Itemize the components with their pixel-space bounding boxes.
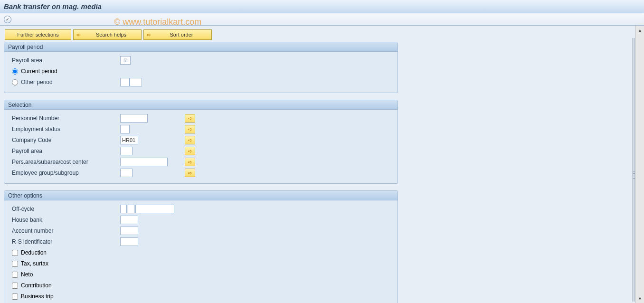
off-cycle-input-2[interactable] xyxy=(128,205,134,213)
selection-field-label: Payroll area xyxy=(9,148,113,154)
selection-field-input[interactable] xyxy=(120,125,130,133)
multiple-selection-icon[interactable]: ➪ xyxy=(185,125,195,133)
house-bank-input[interactable] xyxy=(120,216,138,224)
other-period-radio[interactable] xyxy=(12,79,18,85)
selection-row: Personnel Number➪ xyxy=(9,113,393,123)
selection-field-label: Company Code xyxy=(9,137,113,143)
checkbox-label: Contribution xyxy=(21,282,52,289)
further-selections-button[interactable]: Further selections xyxy=(5,29,71,40)
checkbox-label: Deduction xyxy=(21,249,47,256)
checkbox-label: Tax, surtax xyxy=(21,260,48,267)
arrow-right-icon: ➪ xyxy=(76,32,82,38)
checkbox-option[interactable]: Deduction xyxy=(9,249,47,256)
title-bar: Bank transfer on mag. media xyxy=(0,0,644,13)
selection-field-input[interactable] xyxy=(120,158,168,166)
checkbox-row: Tax, surtax xyxy=(9,258,393,269)
scroll-down-icon[interactable]: ▼ xyxy=(637,295,643,302)
content-area: Further selections ➪ Search helps ➪ Sort… xyxy=(0,26,635,303)
multiple-selection-icon[interactable]: ➪ xyxy=(185,169,195,177)
checkbox-input[interactable] xyxy=(12,294,18,300)
other-period-option[interactable]: Other period xyxy=(9,79,113,85)
payroll-area-label: Payroll area xyxy=(9,57,113,64)
selection-row: Employee group/subgroup➪ xyxy=(9,168,393,178)
multiple-selection-icon[interactable]: ➪ xyxy=(185,114,195,123)
arrow-right-icon: ➪ xyxy=(147,32,152,38)
page-title: Bank transfer on mag. media xyxy=(4,2,102,10)
other-period-label: Other period xyxy=(21,79,53,85)
app-toolbar: ✓ xyxy=(0,13,644,26)
other-period-input-1[interactable] xyxy=(120,78,130,86)
selection-row: Pers.area/subarea/cost center➪ xyxy=(9,157,393,167)
checkbox-option[interactable]: Contribution xyxy=(9,282,52,289)
group-header: Selection xyxy=(4,100,398,110)
other-period-input-2[interactable] xyxy=(130,78,142,86)
current-period-radio[interactable] xyxy=(12,68,18,75)
checkbox-row: Deduction xyxy=(9,247,393,258)
off-cycle-label: Off-cycle xyxy=(9,206,113,212)
sort-order-label: Sort order xyxy=(155,32,208,38)
off-cycle-input-1[interactable] xyxy=(120,205,127,213)
selection-field-label: Employment status xyxy=(9,126,113,133)
selection-field-label: Personnel Number xyxy=(9,115,113,122)
checkbox-label: Neto xyxy=(21,271,33,278)
checkbox-option[interactable]: Business trip xyxy=(9,293,54,300)
further-selections-label: Further selections xyxy=(17,32,58,38)
checkbox-row: Contribution xyxy=(9,280,393,291)
current-period-option[interactable]: Current period xyxy=(9,68,57,75)
account-number-label: Account number xyxy=(9,227,113,234)
multiple-selection-icon[interactable]: ➪ xyxy=(185,147,195,155)
off-cycle-input-3[interactable] xyxy=(135,205,174,213)
rs-ident-label: R-S identificator xyxy=(9,238,113,245)
group-header: Other options xyxy=(4,191,398,200)
checkbox-label: Business trip xyxy=(21,293,54,300)
search-helps-label: Search helps xyxy=(85,32,137,38)
checkbox-option[interactable]: Neto xyxy=(9,271,33,278)
rs-ident-input[interactable] xyxy=(120,237,138,246)
current-period-label: Current period xyxy=(21,68,57,75)
multiple-selection-icon[interactable]: ➪ xyxy=(185,136,195,144)
selection-field-input[interactable] xyxy=(120,147,133,155)
other-options-group: Other options Off-cycle House bank xyxy=(4,190,398,303)
vertical-scrollbar[interactable]: ▲ ▼ xyxy=(635,26,644,303)
selection-row: Employment status➪ xyxy=(9,124,393,134)
selection-row: Company Code➪ xyxy=(9,135,393,145)
selection-field-input[interactable] xyxy=(120,136,138,144)
checkbox-option[interactable]: Tax, surtax xyxy=(9,260,48,267)
payroll-area-search-icon[interactable]: ☑ xyxy=(120,56,131,65)
sort-order-button[interactable]: ➪ Sort order xyxy=(143,29,212,40)
panel-resize-handle[interactable] xyxy=(632,38,635,302)
checkbox-input[interactable] xyxy=(12,272,18,278)
button-row: Further selections ➪ Search helps ➪ Sort… xyxy=(4,29,635,40)
selection-field-label: Pers.area/subarea/cost center xyxy=(9,159,113,165)
selection-field-label: Employee group/subgroup xyxy=(9,170,113,176)
checkbox-row: Business trip xyxy=(9,291,393,302)
execute-icon[interactable]: ✓ xyxy=(4,16,11,23)
selection-field-input[interactable] xyxy=(120,169,133,177)
payroll-period-group: Payroll period Payroll area ☑ Current pe… xyxy=(4,42,398,93)
selection-row: Payroll area➪ xyxy=(9,146,393,156)
account-number-input[interactable] xyxy=(120,227,138,235)
group-header: Payroll period xyxy=(4,42,398,52)
house-bank-label: House bank xyxy=(9,217,113,223)
scroll-up-icon[interactable]: ▲ xyxy=(637,27,643,33)
checkbox-input[interactable] xyxy=(12,250,18,256)
checkbox-input[interactable] xyxy=(12,261,18,267)
selection-group: Selection Personnel Number➪Employment st… xyxy=(4,100,398,184)
search-helps-button[interactable]: ➪ Search helps xyxy=(73,29,142,40)
selection-field-input[interactable] xyxy=(120,114,148,123)
multiple-selection-icon[interactable]: ➪ xyxy=(185,158,195,166)
checkbox-row: Neto xyxy=(9,269,393,280)
checkbox-input[interactable] xyxy=(12,283,18,289)
